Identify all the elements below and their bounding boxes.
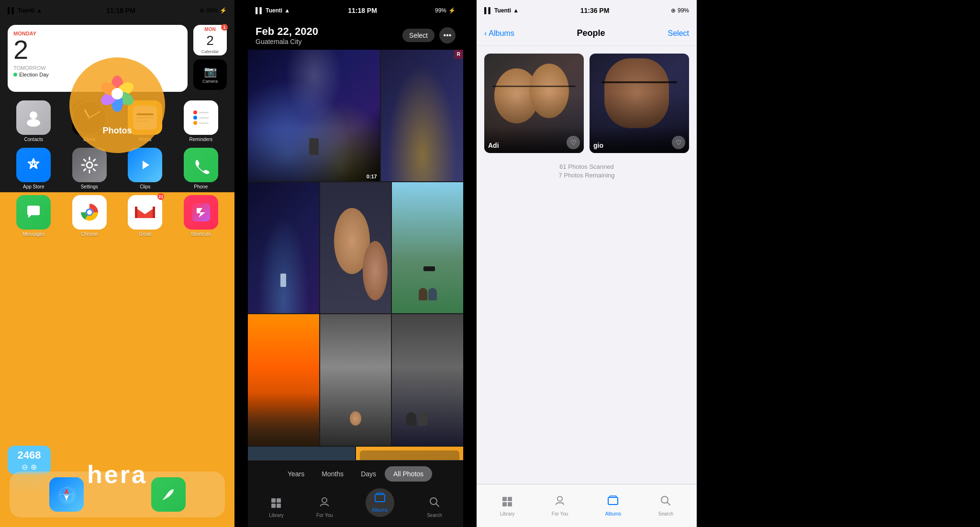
appstore-icon: A: [16, 148, 51, 182]
photos-nav-albums[interactable]: Albums: [366, 498, 394, 517]
counter-value: 2468: [18, 449, 41, 461]
svg-line-34: [436, 504, 439, 507]
dock-feather[interactable]: [151, 477, 186, 512]
p3-battery: 99%: [678, 7, 689, 14]
p3-search-icon: [660, 495, 671, 509]
concert-photo-1: [248, 50, 380, 181]
battery-icon: ⊕: [200, 7, 204, 14]
person-gio[interactable]: gio ♡: [590, 54, 689, 153]
screenshot-inner: [360, 450, 459, 460]
people-select-button[interactable]: Select: [668, 29, 689, 38]
app-chrome[interactable]: Chrome: [64, 195, 116, 237]
stage-photo: [248, 182, 319, 314]
people-header: ‹ Albums People Select: [477, 21, 697, 46]
svg-rect-40: [608, 497, 618, 505]
p3-carrier: Tuenti: [494, 7, 511, 14]
svg-rect-36: [508, 497, 512, 501]
battery-label: 99%: [206, 7, 218, 14]
counter-minus-icon[interactable]: ⊖: [22, 462, 28, 472]
app-gmail[interactable]: 21 Gmail: [119, 195, 171, 237]
adi-heart-icon: ♡: [570, 139, 577, 146]
photos-nav-foryou[interactable]: For You: [316, 496, 333, 518]
photos-select-button[interactable]: Select: [402, 29, 434, 42]
person-adi[interactable]: Adi ♡: [484, 54, 584, 153]
photos-nav-search[interactable]: Search: [427, 496, 442, 518]
calendar-small-widget[interactable]: 1 MON 2 Calendar: [193, 25, 227, 55]
small-cal-day: 2: [206, 33, 214, 48]
adi-heart-button[interactable]: ♡: [567, 136, 580, 149]
photos-app-header: Feb 22, 2020 Guatemala City Select •••: [248, 21, 463, 50]
phone3-people: ▌▌ Tuenti ▲ 11:36 PM ⊕ 99% ‹ Albums Peop…: [477, 0, 697, 527]
photo-cell-concert2[interactable]: R: [381, 50, 463, 181]
contacts-label: Contacts: [24, 137, 43, 142]
dock-safari[interactable]: [49, 477, 84, 512]
p2-battery: 99%: [435, 7, 446, 14]
hat: [423, 266, 435, 271]
p2-carrier: Tuenti: [266, 7, 282, 14]
photo-cell-screenshot[interactable]: [356, 447, 463, 460]
svg-text:A: A: [30, 159, 37, 171]
p3-nav-search[interactable]: Search: [658, 495, 674, 516]
photos-tabbar: Years Months Days All Photos Library For…: [248, 460, 463, 527]
feather-dock-icon: [151, 477, 186, 512]
photo-cell-selfie1[interactable]: [320, 182, 391, 314]
outdoor-photo: [392, 182, 463, 314]
app-reminders[interactable]: Reminders: [175, 100, 227, 142]
app-phone[interactable]: Phone: [175, 148, 227, 189]
svg-rect-37: [502, 502, 507, 506]
counter-widget[interactable]: 2468 ⊖ ⊕: [8, 446, 51, 474]
gmail-icon: 21: [128, 195, 162, 230]
p2-status-right: 99% ⚡: [435, 7, 456, 14]
app-appstore[interactable]: A App Store: [8, 148, 60, 189]
photos-header-actions: Select •••: [402, 27, 456, 44]
svg-marker-11: [143, 161, 149, 169]
back-chevron-icon: ‹: [484, 29, 487, 38]
app-contacts[interactable]: Contacts: [8, 100, 60, 142]
p3-foryou-label: For You: [552, 511, 568, 516]
reminders-dots: [193, 110, 209, 125]
library-nav-label: Library: [269, 513, 284, 518]
outdoor-people: [419, 288, 437, 300]
status-left-1: ▌▌ Tuenti ▲: [8, 7, 42, 14]
filter-all-photos[interactable]: All Photos: [385, 466, 432, 482]
photo-cell-concert1[interactable]: 0:17: [248, 50, 380, 181]
photos-app-open[interactable]: Photos: [69, 57, 165, 153]
photo-cell-outdoor2[interactable]: [248, 314, 319, 446]
photos-flower-icon: [98, 75, 136, 122]
filter-years[interactable]: Years: [279, 466, 313, 482]
p3-nav-foryou[interactable]: For You: [552, 495, 568, 516]
phone1-homescreen: ▌▌ Tuenti ▲ 11:18 PM ⊕ 99% ⚡ MONDAY 2 TO…: [0, 0, 234, 527]
p3-library-icon: [501, 495, 513, 509]
app-shortcuts[interactable]: Shortcuts: [175, 195, 227, 237]
gio-heart-button[interactable]: ♡: [672, 136, 685, 149]
camera-small-widget[interactable]: 📷 Camera: [193, 59, 227, 90]
photo-cell-outdoor4[interactable]: [392, 314, 463, 446]
photo-cell-mask[interactable]: [248, 447, 355, 460]
photo-cell-outdoor3[interactable]: [320, 314, 391, 446]
more-icon: •••: [444, 31, 452, 40]
safari-dock-icon: [49, 477, 84, 512]
photos-more-button[interactable]: •••: [439, 27, 456, 44]
filter-days[interactable]: Days: [352, 466, 385, 482]
svg-rect-41: [610, 496, 616, 497]
p2-status-left: ▌▌ Tuenti ▲: [256, 7, 290, 14]
photo-cell-stage[interactable]: [248, 182, 319, 314]
app-messages[interactable]: Messages: [8, 195, 60, 237]
p3-nav-albums[interactable]: Albums: [605, 495, 621, 516]
people-back-button[interactable]: ‹ Albums: [484, 29, 514, 38]
app-settings[interactable]: Settings: [64, 148, 116, 189]
counter-plus-icon[interactable]: ⊕: [31, 462, 37, 472]
photos-svg: [98, 75, 136, 113]
svg-rect-16: [135, 207, 137, 218]
photos-date: Feb 22, 2020: [256, 25, 318, 38]
clips-label: Clips: [140, 184, 150, 189]
photos-nav-library[interactable]: Library: [269, 496, 284, 518]
app-clips[interactable]: Clips: [119, 148, 171, 189]
adi-name: Adi: [488, 142, 499, 149]
p2-time: 11:18 PM: [348, 7, 377, 14]
photos-circle: Photos: [69, 57, 165, 153]
photo-cell-outdoor1[interactable]: [392, 182, 463, 314]
p3-nav-library[interactable]: Library: [500, 495, 515, 516]
svg-point-10: [87, 162, 92, 168]
filter-months[interactable]: Months: [313, 466, 352, 482]
